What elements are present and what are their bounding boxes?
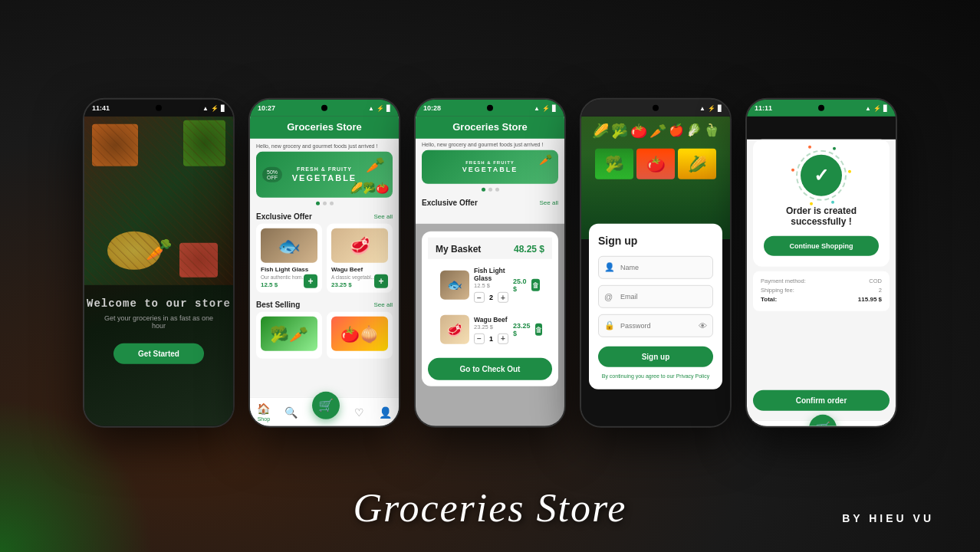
- status-bar-3: 10:28 ▲ ⚡ ▊: [416, 100, 564, 117]
- signup-title: Sign up: [598, 235, 713, 247]
- phones-container: 11:41 ▲ ⚡ ▊ 🥕 Welcome to our store Get: [83, 98, 897, 428]
- qty-plus-1[interactable]: +: [498, 292, 508, 303]
- shipping-label: Shipping fee:: [761, 287, 794, 294]
- qty-control-1: − 2 +: [474, 292, 508, 303]
- name-input-wrapper: 👤: [598, 256, 713, 279]
- basket-banner-dots: [416, 188, 564, 192]
- product-card-fish: 🐟 Fish Light Glass Our authentic hom... …: [256, 224, 322, 293]
- see-all-exclusive[interactable]: See all: [374, 213, 393, 220]
- success-title: Order is created successfully !: [764, 205, 879, 227]
- product-card-veg1: 🥦🥕: [256, 312, 322, 359]
- email-input-wrapper: @: [598, 285, 713, 308]
- basket-banner-veg: FRESH & FRUITY VEGETABLE: [462, 160, 518, 174]
- basket-banner-area: Hello, new grocery and gourmet foods jus…: [416, 139, 564, 184]
- see-all-best[interactable]: See all: [374, 301, 393, 308]
- screen-5: ✓ Order is created successfully ! Contin…: [747, 117, 896, 426]
- signup-screen: 🌽 🥦 🍅 🥕 🍎 🥬 🫑 🥦 🍅 🌽 S: [581, 117, 730, 426]
- byline: BY HIEU VU: [842, 512, 934, 524]
- privacy-link[interactable]: Privacy Policy: [676, 373, 710, 379]
- qty-plus-2[interactable]: +: [498, 333, 508, 343]
- basket-see-all[interactable]: See all: [540, 199, 558, 206]
- phone-3-basket: 10:28 ▲ ⚡ ▊ Groceries Store Hello, new g…: [414, 98, 566, 428]
- basket-item-img-1: 🐟: [440, 270, 469, 299]
- battery-icon-2: ▊: [386, 104, 391, 111]
- battery-icon-4: ▊: [718, 104, 722, 111]
- dot-3: [330, 202, 334, 205]
- eye-icon[interactable]: 👁: [699, 321, 707, 330]
- best-selling-header: Best Selling See all: [250, 297, 399, 312]
- banner-line2: VEGETABLE: [292, 172, 357, 182]
- name-input[interactable]: [598, 256, 713, 279]
- veg-emoji-4: 🥕: [649, 123, 666, 140]
- checkmark-icon: ✓: [814, 165, 829, 186]
- basket-title-text: My Basket: [436, 244, 481, 255]
- phone-1-welcome: 11:41 ▲ ⚡ ▊ 🥕 Welcome to our store Get: [83, 98, 235, 428]
- product-img-beef: 🥩: [331, 228, 388, 263]
- delete-item-2[interactable]: 🗑: [535, 324, 542, 336]
- terms-prefix: By continuing you agree to our: [602, 373, 675, 379]
- food-collage: 🥕: [84, 117, 233, 285]
- heart-icon: ♡: [354, 406, 364, 418]
- search-icon: 🔍: [284, 406, 298, 418]
- signup-button[interactable]: Sign up: [598, 347, 713, 367]
- payment-info: Payment method: COD Shipping fee: 2 Tota…: [753, 271, 890, 311]
- qty-minus-1[interactable]: −: [474, 292, 485, 303]
- nav-profile[interactable]: 👤: [379, 406, 392, 418]
- add-fish-button[interactable]: +: [304, 274, 317, 288]
- phone-5-success: 11:11 ▲ ⚡ ▊ ✓: [745, 98, 897, 428]
- get-started-button[interactable]: Get Started: [113, 343, 204, 364]
- camera-dot-3: [487, 105, 493, 111]
- nav-shop[interactable]: 🏠 Shop: [257, 402, 270, 422]
- icons-4: ▲ ⚡ ▊: [699, 104, 722, 111]
- veg-emoji-1: 🌽: [592, 123, 609, 140]
- basket-dot-1: [482, 188, 485, 192]
- product-img-veg1: 🥦🥕: [261, 317, 317, 351]
- password-input-wrapper: 🔒 👁: [598, 314, 713, 337]
- camera-dot-5: [818, 105, 824, 111]
- product-img-veg2: 🍅🧅: [331, 317, 388, 351]
- welcome-bg: 🥕 Welcome to our store Get your grocerie…: [84, 117, 233, 426]
- cart-fab[interactable]: 🛒: [312, 391, 340, 419]
- nav-search[interactable]: 🔍: [284, 406, 298, 418]
- email-input[interactable]: [598, 285, 713, 308]
- carrot-icon-1: 🥕: [146, 237, 173, 262]
- basket-dot-2: [488, 188, 492, 192]
- veg-emoji-5: 🍎: [669, 123, 684, 140]
- profile-icon: 👤: [379, 406, 392, 418]
- add-beef-button[interactable]: +: [374, 274, 388, 288]
- password-input[interactable]: [598, 314, 713, 337]
- basket-banner-l2: VEGETABLE: [462, 166, 518, 174]
- basket-item-total-1: 25.0 $: [513, 277, 527, 292]
- confirm-order-button[interactable]: Confirm order: [753, 390, 890, 411]
- product-img-fish: 🐟: [261, 228, 317, 263]
- basket-banner-l1: FRESH & FRUITY: [462, 160, 518, 166]
- qty-minus-2[interactable]: −: [474, 333, 485, 343]
- shipping-value: 2: [879, 287, 882, 294]
- payment-method-label: Payment method:: [761, 278, 806, 284]
- welcome-subtitle: Get your groceries in as fast as one hou…: [84, 314, 233, 330]
- success-screen: ✓ Order is created successfully ! Contin…: [747, 140, 896, 426]
- nav-favorites[interactable]: ♡: [354, 406, 364, 418]
- basket-store-title: Groceries Store: [425, 121, 555, 133]
- basket-item-1: 🐟 Fish Light Glass 12.5 $ − 2 + 25.0 $ 🗑: [434, 262, 546, 307]
- basket-item-2: 🥩 Wagu Beef 23.25 $ − 1 + 23.25 $ 🗑: [434, 310, 546, 349]
- product-card-beef: 🥩 Wagu Beef A classic vegetabl... 23.25 …: [327, 224, 393, 293]
- banner-subtext: Hello, new grocery and gourmet foods jus…: [256, 143, 393, 149]
- basket-header: My Basket 48.25 $: [428, 238, 552, 259]
- dot-2: [323, 202, 327, 205]
- basket-store-header: Groceries Store: [416, 117, 564, 139]
- nav5-cart-fab[interactable]: 🛒: [809, 414, 837, 426]
- qty-num-1: 2: [489, 294, 493, 301]
- basket-item-info-1: Fish Light Glass 12.5 $ − 2 +: [474, 267, 508, 303]
- nav-shop-label: Shop: [258, 416, 270, 422]
- confetti-4: [831, 201, 834, 204]
- status-bar-5: 11:11 ▲ ⚡ ▊: [747, 100, 896, 117]
- basket-screen: Groceries Store Hello, new grocery and g…: [416, 117, 564, 426]
- screen-3: Groceries Store Hello, new grocery and g…: [416, 117, 564, 426]
- wifi-icon-2: ⚡: [377, 104, 384, 111]
- checkout-button[interactable]: Go to Check Out: [428, 358, 552, 380]
- banner-dots: [250, 202, 399, 205]
- signal-icon-2: ▲: [368, 104, 374, 111]
- delete-item-1[interactable]: 🗑: [531, 278, 540, 291]
- continue-shopping-button[interactable]: Continue Shopping: [764, 236, 879, 256]
